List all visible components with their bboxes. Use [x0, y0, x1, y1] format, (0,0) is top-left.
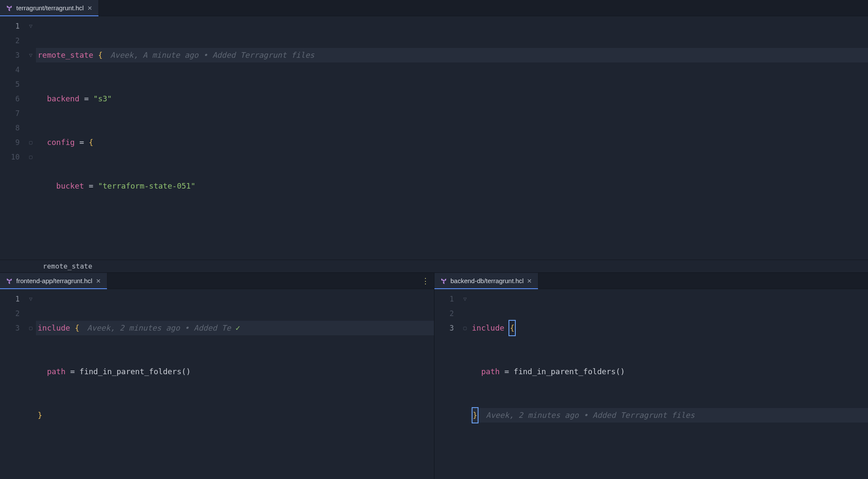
line-number: 3 — [0, 48, 26, 62]
code-line[interactable]: path = find_in_parent_folders() — [36, 364, 434, 379]
close-icon[interactable]: ✕ — [96, 278, 101, 284]
token-eq: = — [500, 367, 514, 376]
fold-column-br: ▽ ▢ — [460, 289, 470, 479]
tab-bar-top: terragrunt/terragrunt.hcl ✕ — [0, 0, 868, 16]
token-property: path — [481, 367, 499, 376]
gutter-bottom-left: 1 2 3 — [0, 289, 26, 479]
token-eq: = — [84, 181, 98, 190]
tab-bar-bottom-right: backend-db/terragrunt.hcl ✕ — [434, 273, 868, 289]
code-lines-bl[interactable]: include {Aveek, 2 minutes ago • Added Te… — [36, 289, 434, 479]
token-keyword: remote_state — [38, 50, 93, 59]
line-number: 3 — [0, 321, 26, 335]
line-number: 2 — [0, 33, 26, 48]
code-line[interactable]: include {Aveek, 2 minutes ago • Added Te… — [36, 321, 434, 335]
code-line[interactable]: backend = "s3" — [36, 92, 868, 106]
fold-close-icon[interactable]: ▢ — [26, 321, 36, 335]
code-lines-top[interactable]: remote_state {Aveek, A minute ago • Adde… — [36, 16, 868, 260]
token-brace: { — [509, 321, 515, 335]
line-number: 5 — [0, 77, 26, 92]
git-blame-annotation: Aveek, 2 minutes ago • Added Te — [87, 323, 231, 332]
line-number: 1 — [434, 292, 460, 306]
gutter-top: 1 2 3 4 5 6 7 8 9 10 — [0, 16, 26, 260]
tab-title: terragrunt/terragrunt.hcl — [16, 4, 84, 12]
fold-close-icon[interactable]: ▢ — [26, 135, 36, 150]
line-number: 2 — [434, 306, 460, 321]
code-line[interactable]: path = find_in_parent_folders() — [470, 364, 868, 379]
token-keyword: include — [38, 323, 70, 332]
line-number: 1 — [0, 19, 26, 33]
line-number: 1 — [0, 292, 26, 306]
tab-bar-bottom-left: frontend-app/terragrunt.hcl ✕ ⋮ — [0, 273, 434, 289]
token-function: find_in_parent_folders() — [80, 367, 191, 376]
tab-terragrunt-root[interactable]: terragrunt/terragrunt.hcl ✕ — [0, 0, 99, 16]
fold-close-icon[interactable]: ▢ — [26, 150, 36, 164]
token-brace: } — [473, 408, 478, 423]
code-lines-br[interactable]: include { path = find_in_parent_folders(… — [470, 289, 868, 479]
fold-close-icon[interactable]: ▢ — [460, 321, 470, 335]
line-number: 7 — [0, 106, 26, 121]
breadcrumb-item[interactable]: remote_state — [43, 262, 92, 270]
code-line[interactable]: remote_state {Aveek, A minute ago • Adde… — [36, 48, 868, 62]
token-brace: } — [38, 411, 42, 420]
code-line[interactable]: config = { — [36, 135, 868, 150]
fold-column-bl: ▽ ▢ — [26, 289, 36, 479]
line-number: 8 — [0, 121, 26, 135]
line-number: 10 — [0, 150, 26, 164]
token-property: path — [47, 367, 65, 376]
code-area-bottom-right[interactable]: 1 2 3 ▽ ▢ include { path = find_in_paren… — [434, 289, 868, 479]
token-property: bucket — [56, 181, 84, 190]
fold-open-icon[interactable]: ▽ — [26, 48, 36, 62]
code-line[interactable]: } — [36, 408, 434, 423]
line-number: 6 — [0, 92, 26, 106]
close-icon[interactable]: ✕ — [527, 278, 532, 284]
tab-title: frontend-app/terragrunt.hcl — [16, 277, 92, 284]
breadcrumb-bar[interactable]: remote_state — [0, 260, 868, 272]
line-number: 9 — [0, 135, 26, 150]
token-brace: { — [75, 323, 80, 332]
token-brace: { — [98, 50, 103, 59]
git-blame-annotation: Aveek, A minute ago • Added Terragrunt f… — [110, 50, 315, 59]
terraform-icon — [6, 278, 13, 284]
fold-open-icon[interactable]: ▽ — [460, 292, 470, 306]
check-icon: ✓ — [235, 323, 240, 332]
tab-title: backend-db/terragrunt.hcl — [451, 277, 524, 284]
code-area-top[interactable]: 1 2 3 4 5 6 7 8 9 10 ▽ ▽ ▢ ▢ — [0, 16, 868, 260]
tab-actions: ⋮ — [422, 273, 434, 289]
terraform-icon — [440, 278, 447, 284]
terraform-icon — [6, 5, 13, 12]
token-string: "terraform-state-051" — [98, 181, 196, 190]
token-function: find_in_parent_folders() — [514, 367, 625, 376]
token-property: backend — [47, 94, 80, 103]
fold-open-icon[interactable]: ▽ — [26, 19, 36, 33]
editor-root: terragrunt/terragrunt.hcl ✕ 1 2 3 4 5 6 … — [0, 0, 868, 479]
close-icon[interactable]: ✕ — [87, 5, 92, 12]
editor-pane-top: terragrunt/terragrunt.hcl ✕ 1 2 3 4 5 6 … — [0, 0, 868, 273]
line-number: 4 — [0, 62, 26, 77]
token-eq: = — [75, 138, 89, 147]
token-keyword: include — [472, 323, 505, 332]
line-number: 2 — [0, 306, 26, 321]
editor-pane-bottom-right: backend-db/terragrunt.hcl ✕ 1 2 3 ▽ ▢ in… — [434, 273, 868, 479]
code-line[interactable] — [36, 222, 868, 237]
editor-pane-bottom-left: frontend-app/terragrunt.hcl ✕ ⋮ 1 2 3 ▽ … — [0, 273, 434, 479]
fold-column-top: ▽ ▽ ▢ ▢ — [26, 16, 36, 260]
git-blame-annotation: Aveek, 2 minutes ago • Added Terragrunt … — [486, 411, 695, 420]
token-eq: = — [65, 367, 80, 376]
token-property: config — [47, 138, 75, 147]
token-string: "s3" — [93, 94, 112, 103]
code-area-bottom-left[interactable]: 1 2 3 ▽ ▢ include {Aveek, 2 minutes ago … — [0, 289, 434, 479]
code-line[interactable]: }Aveek, 2 minutes ago • Added Terragrunt… — [470, 408, 868, 423]
token-eq: = — [80, 94, 94, 103]
editor-pane-bottom: frontend-app/terragrunt.hcl ✕ ⋮ 1 2 3 ▽ … — [0, 273, 868, 479]
tab-frontend-app[interactable]: frontend-app/terragrunt.hcl ✕ — [0, 273, 107, 289]
fold-open-icon[interactable]: ▽ — [26, 292, 36, 306]
code-line[interactable]: include { — [470, 321, 868, 335]
tab-backend-db[interactable]: backend-db/terragrunt.hcl ✕ — [434, 273, 539, 289]
token-brace: { — [89, 138, 93, 147]
more-icon[interactable]: ⋮ — [422, 276, 430, 285]
line-number: 3 — [434, 321, 460, 335]
code-line[interactable]: bucket = "terraform-state-051" — [36, 179, 868, 193]
gutter-bottom-right: 1 2 3 — [434, 289, 460, 479]
